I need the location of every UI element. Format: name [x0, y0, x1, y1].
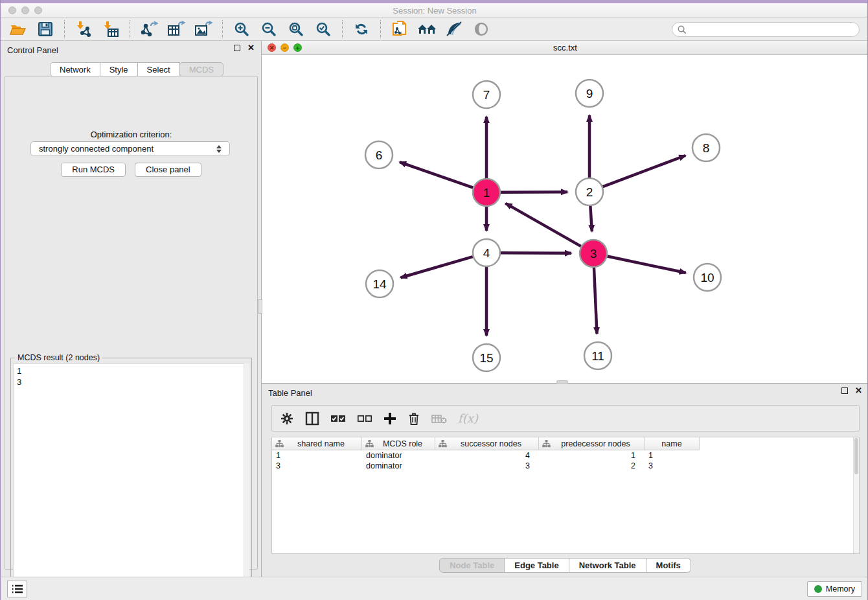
tab-node-table[interactable]: Node Table: [439, 558, 505, 573]
graph-node-8[interactable]: 8: [692, 134, 720, 161]
graph-node-15[interactable]: 15: [473, 344, 500, 371]
tab-network-table[interactable]: Network Table: [569, 558, 646, 573]
graph-node-6[interactable]: 6: [365, 141, 393, 168]
svg-text:7: 7: [483, 88, 490, 102]
export-network-button[interactable]: [138, 19, 160, 39]
close-panel-icon[interactable]: ✕: [247, 45, 255, 51]
task-history-button[interactable]: [7, 581, 27, 597]
tab-select[interactable]: Select: [138, 62, 180, 76]
search-input[interactable]: [687, 25, 854, 34]
run-mcds-button[interactable]: Run MCDS: [61, 163, 126, 177]
column-header-shared-name[interactable]: shared name: [272, 437, 362, 450]
column-header-predecessor-nodes[interactable]: predecessor nodes: [539, 437, 645, 450]
table-row[interactable]: 1dominator411: [272, 450, 859, 461]
network-view-window: ✕ − ＋ scc.txt 1234678910111415: [262, 41, 868, 384]
mcds-result-group: MCDS result (2 nodes) 1 3: [10, 358, 252, 600]
deselect-all-icon[interactable]: [357, 413, 372, 424]
tab-motifs[interactable]: Motifs: [646, 558, 691, 573]
cell-shared-name[interactable]: 3: [272, 461, 362, 471]
graph-node-14[interactable]: 14: [366, 270, 393, 297]
column-header-name[interactable]: name: [645, 437, 700, 450]
optimization-criterion-dropdown[interactable]: strongly connected component: [30, 141, 230, 156]
function-builder-icon[interactable]: f(x): [458, 411, 478, 425]
home-button[interactable]: [416, 19, 438, 39]
mcds-tab-content: Optimization criterion: strongly connect…: [5, 76, 258, 570]
import-network-button[interactable]: [73, 19, 95, 39]
graph-node-1[interactable]: 1: [473, 179, 500, 206]
search-field[interactable]: [672, 22, 860, 37]
export-image-button[interactable]: [192, 19, 214, 39]
mcds-result-scrollbar[interactable]: [244, 363, 249, 599]
cell-name[interactable]: 1: [645, 450, 700, 461]
edge-2-8[interactable]: [603, 156, 686, 187]
select-all-icon[interactable]: [330, 413, 346, 424]
save-session-button[interactable]: [34, 19, 56, 39]
tab-network[interactable]: Network: [50, 62, 100, 76]
cell-name[interactable]: 3: [645, 461, 700, 471]
app-title: Session: New Session: [1, 6, 868, 16]
zoom-in-button[interactable]: [231, 19, 253, 39]
splitter-handle[interactable]: [258, 299, 262, 314]
mcds-result-textarea[interactable]: 1 3: [13, 363, 249, 599]
table-scrollbar[interactable]: [853, 437, 859, 553]
cell-successor-nodes[interactable]: 4: [435, 450, 539, 461]
zoom-out-button[interactable]: [258, 19, 280, 39]
columns-icon[interactable]: [305, 411, 319, 426]
delete-table-icon[interactable]: [431, 413, 447, 424]
zoom-out-icon: [261, 21, 277, 37]
import-table-button[interactable]: [100, 19, 122, 39]
graph-node-10[interactable]: 10: [694, 264, 721, 291]
edge-3-11[interactable]: [594, 268, 597, 334]
close-panel-button[interactable]: Close panel: [135, 163, 201, 177]
node-table[interactable]: shared nameMCDS rolesuccessor nodesprede…: [271, 437, 860, 554]
cell-predecessor-nodes[interactable]: 2: [539, 461, 645, 471]
cell-MCDS-role[interactable]: dominator: [362, 450, 435, 461]
graph-node-9[interactable]: 9: [576, 80, 603, 107]
column-header-MCDS-role[interactable]: MCDS role: [362, 437, 435, 450]
network-canvas[interactable]: 1234678910111415: [262, 55, 868, 383]
open-session-button[interactable]: [7, 19, 29, 39]
cell-successor-nodes[interactable]: 3: [435, 461, 539, 471]
gear-icon[interactable]: [280, 411, 294, 426]
edge-4-3[interactable]: [501, 253, 571, 253]
brush-button[interactable]: [443, 19, 465, 39]
graph-node-2[interactable]: 2: [576, 178, 603, 205]
edge-2-3[interactable]: [590, 206, 591, 231]
svg-text:2: 2: [586, 185, 593, 199]
graph-node-4[interactable]: 4: [473, 239, 500, 266]
table-row[interactable]: 3dominator323: [272, 461, 859, 471]
refresh-button[interactable]: [350, 19, 372, 39]
float-panel-icon[interactable]: [234, 45, 240, 51]
table-toolbar: f(x): [271, 405, 860, 432]
edge-3-1[interactable]: [506, 203, 581, 246]
clone-network-button[interactable]: [389, 19, 411, 39]
app-titlebar[interactable]: Session: New Session: [1, 3, 868, 17]
svg-text:10: 10: [700, 271, 714, 284]
export-table-button[interactable]: [165, 19, 187, 39]
float-panel-icon[interactable]: [841, 387, 848, 394]
cell-predecessor-nodes[interactable]: 1: [539, 450, 645, 461]
edge-3-10[interactable]: [608, 257, 686, 273]
edge-4-14[interactable]: [401, 257, 473, 277]
tab-edge-table[interactable]: Edge Table: [505, 558, 569, 573]
zoom-selected-button[interactable]: [312, 19, 334, 39]
network-window-titlebar[interactable]: ✕ − ＋ scc.txt: [262, 41, 868, 55]
tab-style[interactable]: Style: [100, 62, 138, 76]
eye-button[interactable]: [470, 19, 492, 39]
column-header-successor-nodes[interactable]: successor nodes: [435, 437, 539, 450]
delete-icon[interactable]: [407, 411, 420, 426]
cell-MCDS-role[interactable]: dominator: [362, 461, 435, 471]
graph-node-7[interactable]: 7: [473, 81, 500, 108]
tab-mcds[interactable]: MCDS: [179, 62, 223, 76]
zoom-fit-button[interactable]: [285, 19, 307, 39]
cell-shared-name[interactable]: 1: [272, 450, 362, 461]
application-window: Session: New Session: [0, 0, 868, 600]
edge-1-2[interactable]: [501, 192, 567, 192]
table-tabs: Node TableEdge TableNetwork TableMotifs: [262, 558, 868, 573]
add-column-icon[interactable]: [383, 412, 396, 425]
memory-button[interactable]: Memory: [807, 581, 862, 597]
close-panel-icon[interactable]: ✕: [855, 387, 862, 394]
graph-node-3[interactable]: 3: [580, 240, 607, 267]
graph-node-11[interactable]: 11: [584, 342, 611, 369]
edge-1-6[interactable]: [400, 162, 473, 188]
